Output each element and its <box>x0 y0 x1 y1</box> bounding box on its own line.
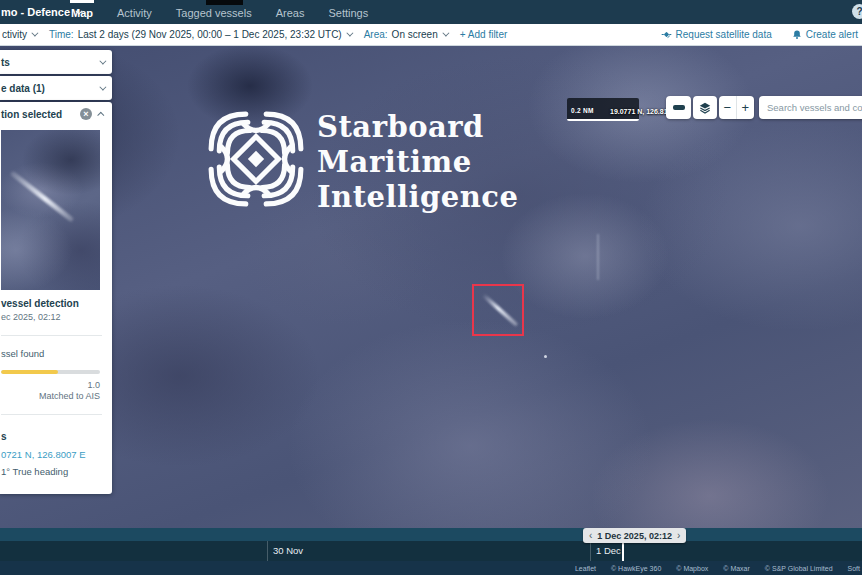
logo-line-2: Maritime <box>317 145 518 180</box>
attribution-hawkeye[interactable]: © HawkEye 360 <box>611 565 661 572</box>
timeline-prev-button[interactable]: ‹ <box>589 529 592 543</box>
layers-button[interactable] <box>693 96 717 119</box>
satellite-data-panel: e data (1) <box>0 76 112 100</box>
confidence-bar <box>1 370 100 374</box>
timeline-date-30nov: 30 Nov <box>273 541 303 561</box>
vessel-found-label: ssel found <box>1 348 112 359</box>
starboard-logo-text: Starboard Maritime Intelligence <box>317 110 518 215</box>
activity-filter-label: ctivity <box>2 29 27 40</box>
browser-notch <box>206 0 243 5</box>
thumbnail-wake-streak <box>10 171 75 223</box>
attribution-maxar[interactable]: © Maxar <box>723 565 750 572</box>
starboard-logo: Starboard Maritime Intelligence <box>205 108 518 215</box>
chevron-down-icon <box>99 83 106 90</box>
alerts-panel-title: ts <box>1 57 10 68</box>
faint-vessel-dot <box>544 355 547 358</box>
layers-icon <box>698 101 712 115</box>
chevron-down-icon <box>346 30 353 37</box>
tab-activity[interactable]: Activity <box>116 0 153 24</box>
satellite-data-panel-title: e data (1) <box>1 83 45 94</box>
chevron-up-icon[interactable] <box>97 111 104 118</box>
timeline-next-button[interactable]: › <box>677 529 680 543</box>
filter-bar: ctivity Time: Last 2 days (29 Nov 2025, … <box>0 24 862 46</box>
detection-thumbnail[interactable] <box>1 130 100 290</box>
collapse-panel-button[interactable] <box>666 96 691 119</box>
detection-panel-icons: × <box>80 108 104 120</box>
faint-streak <box>597 234 599 280</box>
timeline-cursor: ‹ 1 Dec 2025, 02:12 › <box>583 528 686 543</box>
attribution-sp-global[interactable]: © S&P Global Limited <box>765 565 833 572</box>
zoom-out-button[interactable]: − <box>719 96 737 119</box>
tab-map[interactable]: Map <box>70 0 94 24</box>
chevron-down-icon <box>31 30 38 37</box>
timeline-playhead[interactable] <box>622 543 624 561</box>
map-scale-label: 0.2 NM <box>571 107 594 114</box>
detection-panel-header[interactable]: tion selected × <box>0 102 112 126</box>
detection-panel-body: vessel detection ec 2025, 02:12 ssel fou… <box>0 130 112 494</box>
tab-settings[interactable]: Settings <box>327 0 369 24</box>
close-icon[interactable]: × <box>80 108 92 120</box>
timeline-tick <box>590 541 591 561</box>
chevron-down-icon <box>442 30 449 37</box>
area-filter-value: On screen <box>392 29 438 40</box>
request-satellite-label: Request satellite data <box>676 29 772 40</box>
satellite-data-panel-header[interactable]: e data (1) <box>0 76 112 100</box>
time-filter[interactable]: Time: Last 2 days (29 Nov 2025, 00:00 – … <box>49 29 351 40</box>
help-button[interactable]: ? <box>852 4 862 19</box>
filter-bar-actions: Request satellite data Create alert <box>661 29 862 40</box>
top-navigation: mo - Defence Map Activity Tagged vessels… <box>0 0 862 24</box>
search-input[interactable] <box>759 96 862 119</box>
detection-timestamp: ec 2025, 02:12 <box>1 312 112 322</box>
alerts-panel-header[interactable]: ts <box>0 50 112 74</box>
zoom-controls: − + <box>719 96 754 119</box>
collapse-icon <box>673 105 685 110</box>
timeline[interactable]: 30 Nov 1 Dec <box>0 541 862 561</box>
map-canvas[interactable]: Starboard Maritime Intelligence 0.2 NM 1… <box>0 46 862 528</box>
logo-line-3: Intelligence <box>317 180 518 215</box>
create-alert-button[interactable]: Create alert <box>792 29 858 40</box>
zoom-in-button[interactable]: + <box>737 96 755 119</box>
chevron-down-icon <box>99 57 106 64</box>
workspace-menu[interactable]: mo - Defence <box>1 0 80 24</box>
logo-line-1: Starboard <box>317 110 518 145</box>
timeline-cursor-label: 1 Dec 2025, 02:12 <box>597 531 672 541</box>
left-sidebar: ts e data (1) tion selected × <box>0 50 112 496</box>
starboard-logo-mark <box>205 108 307 210</box>
details-header: s <box>1 431 112 442</box>
timeline-date-1dec: 1 Dec <box>596 541 621 561</box>
vessel-search <box>759 96 862 119</box>
satellite-icon <box>661 29 672 40</box>
detection-title: vessel detection <box>1 298 112 309</box>
matched-to-ais-label: Matched to AIS <box>1 391 100 401</box>
divider <box>1 414 102 415</box>
confidence-score: 1.0 <box>1 380 100 390</box>
confidence-bar-fill <box>1 370 58 374</box>
filter-chips: ctivity Time: Last 2 days (29 Nov 2025, … <box>0 29 507 40</box>
alerts-panel: ts <box>0 50 112 74</box>
time-filter-key: Time: <box>49 29 74 40</box>
true-heading-value: 1° True heading <box>1 466 112 477</box>
area-filter-key: Area: <box>364 29 388 40</box>
attribution-mapbox[interactable]: © Mapbox <box>676 565 708 572</box>
timeline-tick <box>267 541 268 561</box>
attribution-software[interactable]: Soft <box>848 565 860 572</box>
attribution-bar: Leaflet © HawkEye 360 © Mapbox © Maxar ©… <box>0 561 862 575</box>
detection-panel-title: tion selected <box>1 109 62 120</box>
detection-panel: tion selected × vessel detection ec 2025… <box>0 102 112 494</box>
timeline-range-strip[interactable] <box>0 528 862 541</box>
detection-coordinates-link[interactable]: 0721 N, 126.8007 E <box>1 449 112 460</box>
divider <box>1 335 102 336</box>
create-alert-label: Create alert <box>806 29 858 40</box>
tab-areas[interactable]: Areas <box>275 0 306 24</box>
activity-filter[interactable]: ctivity <box>2 29 36 40</box>
time-filter-value: Last 2 days (29 Nov 2025, 00:00 – 1 Dec … <box>78 29 342 40</box>
area-filter[interactable]: Area: On screen <box>364 29 447 40</box>
bell-icon <box>792 29 802 40</box>
workspace-label: mo - Defence <box>1 6 70 18</box>
detection-selection-box[interactable] <box>472 284 524 336</box>
app-screen: Starboard Maritime Intelligence 0.2 NM 1… <box>0 0 862 575</box>
attribution-leaflet[interactable]: Leaflet <box>575 565 596 572</box>
add-filter-button[interactable]: + Add filter <box>460 29 508 40</box>
request-satellite-data-button[interactable]: Request satellite data <box>661 29 772 40</box>
